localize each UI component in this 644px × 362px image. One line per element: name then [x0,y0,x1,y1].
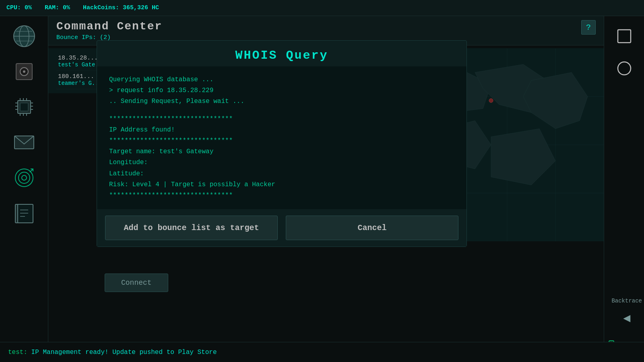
svg-line-26 [30,169,33,172]
whois-dialog: WHOIS Query Querying WHOIS database ... … [97,40,467,247]
cancel-button[interactable]: Cancel [286,216,458,240]
right-icon-circle[interactable] [612,56,636,80]
svg-point-24 [19,172,30,183]
modal-line-6: ******************************** [109,136,454,146]
back-arrow-icon[interactable]: ◀ [615,306,639,330]
sidebar-item-mail[interactable] [8,126,40,158]
modal-spacer-1 [109,107,454,114]
bottom-status: test: IP Management ready! Update pushed… [8,349,217,356]
modal-line-8: Longitude: [109,157,454,168]
sidebar-item-globe[interactable] [8,20,40,52]
svg-rect-45 [618,30,631,43]
svg-point-44 [489,99,493,103]
modal-line-5: IP Address found! [109,125,454,136]
svg-point-46 [618,62,631,75]
svg-rect-28 [18,204,33,223]
connect-area: Connect [97,274,176,292]
bottom-bar: test: IP Management ready! Update pushed… [0,342,644,362]
svg-rect-9 [20,103,28,111]
modal-title: WHOIS Query [97,41,466,66]
svg-point-7 [23,70,25,73]
right-icon-window[interactable] [612,24,636,48]
modal-line-7: Target name: test's Gateway [109,146,454,157]
modal-line-3: .. Sending Request, Please wait ... [109,96,454,107]
cpu-status: CPU: 0% [6,4,32,11]
connect-button[interactable]: Connect [105,274,168,292]
ram-status: RAM: 0% [45,4,70,11]
add-to-bounce-list-button[interactable]: Add to bounce list as target [105,216,278,240]
help-button[interactable]: ? [581,20,596,35]
bottom-status-label: test: [8,349,27,356]
backtrace-area: Backtrace ◀ [611,298,642,330]
modal-line-11: ******************************** [109,190,454,201]
hackcoins-status: HackCoins: 365,326 HC [83,4,159,11]
sidebar-item-docs[interactable] [8,197,40,229]
status-bar: CPU: 0% RAM: 0% HackCoins: 365,326 HC [0,0,644,16]
sidebar [0,16,48,362]
sidebar-item-drive[interactable] [8,56,40,88]
modal-line-1: Querying WHOIS database ... [109,74,454,85]
modal-line-4: ******************************** [109,114,454,125]
modal-content: Querying WHOIS database ... > request in… [97,66,466,209]
modal-line-2: > request info 18.35.28.229 [109,85,454,96]
sidebar-item-target[interactable] [8,162,40,194]
modal-line-10: Risk: Level 4 | Target is possibly a Hac… [109,179,454,190]
sidebar-item-cpu[interactable] [8,91,40,123]
bottom-status-message: IP Management ready! Update pushed to Pl… [27,349,217,356]
svg-point-25 [22,175,27,180]
backtrace-label: Backtrace [611,298,642,304]
command-center-title: Command Center [56,20,596,33]
modal-line-9: Latitude: [109,169,454,179]
modal-buttons: Add to bounce list as target Cancel [97,209,466,247]
